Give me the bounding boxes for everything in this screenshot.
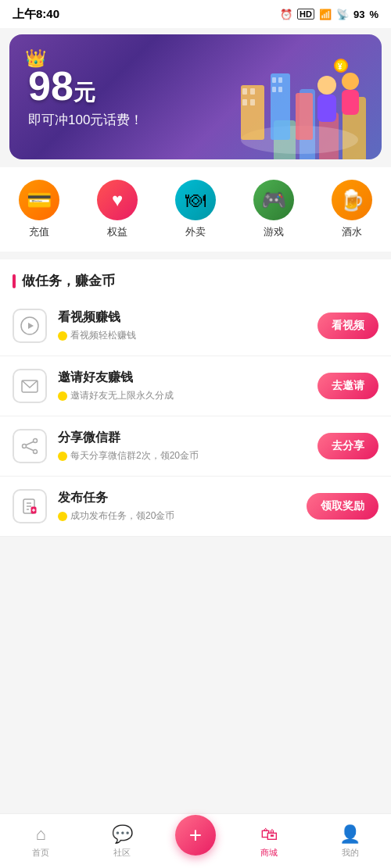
svg-point-12 xyxy=(317,76,336,95)
status-icons: ⏰ HD 📶 📡 93 % xyxy=(280,9,378,20)
battery-text: 93 xyxy=(353,9,364,20)
invite-friends-desc: 邀请好友无上限永久分成 xyxy=(58,389,307,402)
share-wechat-button[interactable]: 去分享 xyxy=(317,433,378,459)
menu-item-takeaway[interactable]: 🍽 外卖 xyxy=(175,180,216,239)
rights-icon: ♥ xyxy=(97,180,138,220)
hd-badge: HD xyxy=(297,9,314,20)
nav-item-mall[interactable]: 🛍 商城 xyxy=(228,818,310,865)
invite-friends-title: 邀请好友赚钱 xyxy=(58,370,307,386)
watch-video-icon xyxy=(13,309,47,343)
invite-friends-button[interactable]: 去邀请 xyxy=(317,373,378,399)
publish-task-title: 发布任务 xyxy=(58,490,296,506)
invite-friends-info: 邀请好友赚钱 邀请好友无上限永久分成 xyxy=(58,370,307,402)
signal-icon: 📶 xyxy=(319,9,332,20)
menu-item-games[interactable]: 🎮 游戏 xyxy=(253,180,294,239)
mine-label: 我的 xyxy=(342,847,359,859)
status-bar: 上午8:40 ⏰ HD 📶 📡 93 % xyxy=(0,0,391,28)
watch-video-button[interactable]: 看视频 xyxy=(317,313,378,339)
svg-point-14 xyxy=(342,73,359,90)
nav-item-community[interactable]: 💬 社区 xyxy=(81,818,163,865)
banner-svg: ¥ xyxy=(225,38,374,159)
publish-task-desc: 成功发布任务，领20金币 xyxy=(58,509,296,523)
watch-video-desc: 看视频轻松赚钱 xyxy=(58,329,307,342)
svg-rect-10 xyxy=(278,87,282,92)
publish-task-button[interactable]: 领取奖励 xyxy=(307,493,378,520)
svg-point-23 xyxy=(34,450,38,454)
drinks-icon: 🍺 xyxy=(332,180,372,220)
svg-rect-11 xyxy=(296,93,313,140)
quick-menu: 💳 充值 ♥ 权益 🍽 外卖 🎮 游戏 🍺 酒水 xyxy=(0,167,391,252)
mine-icon: 👤 xyxy=(339,824,361,845)
red-bar-icon xyxy=(13,274,16,288)
status-time: 上午8:40 xyxy=(13,7,59,22)
menu-item-drinks[interactable]: 🍺 酒水 xyxy=(332,180,372,239)
svg-rect-5 xyxy=(250,99,255,105)
publish-task-info: 发布任务 成功发布任务，领20金币 xyxy=(58,490,296,523)
svg-marker-19 xyxy=(28,323,34,329)
takeaway-label: 外卖 xyxy=(185,225,206,239)
invite-friends-icon xyxy=(13,369,47,403)
svg-rect-13 xyxy=(317,95,336,122)
svg-rect-15 xyxy=(342,90,359,115)
promotion-banner[interactable]: 👑 98元 即可冲100元话费！ xyxy=(9,34,382,159)
mall-icon: 🛍 xyxy=(260,824,278,845)
svg-line-24 xyxy=(27,442,34,445)
banner-price-unit: 元 xyxy=(74,80,95,105)
bottom-nav: ⌂ 首页 💬 社区 + 🛍 商城 👤 我的 xyxy=(0,813,391,868)
recharge-icon: 💳 xyxy=(19,180,59,220)
svg-rect-8 xyxy=(278,77,282,83)
rights-label: 权益 xyxy=(107,225,127,239)
svg-line-25 xyxy=(27,448,34,451)
home-label: 首页 xyxy=(32,847,49,859)
coin-icon xyxy=(58,331,67,341)
task-item-publish-task: 发布任务 成功发布任务，领20金币 领取奖励 xyxy=(0,477,391,537)
alarm-icon: ⏰ xyxy=(280,9,292,20)
svg-rect-3 xyxy=(250,88,255,95)
watch-video-info: 看视频赚钱 看视频轻松赚钱 xyxy=(58,309,307,342)
svg-rect-2 xyxy=(242,88,247,95)
task-item-share-wechat: 分享微信群 每天分享微信群2次，领20金币 去分享 xyxy=(0,416,391,477)
nav-item-mine[interactable]: 👤 我的 xyxy=(310,818,391,865)
coin-icon-2 xyxy=(58,391,67,401)
share-wechat-title: 分享微信群 xyxy=(58,430,307,446)
games-icon: 🎮 xyxy=(253,180,294,220)
svg-rect-4 xyxy=(242,99,247,105)
svg-rect-6 xyxy=(271,73,290,140)
plus-button[interactable]: + xyxy=(175,815,216,855)
task-list: 看视频赚钱 看视频轻松赚钱 看视频 邀请好友赚钱 邀请好友无上限永久分成 去邀请 xyxy=(0,296,391,537)
svg-point-22 xyxy=(34,439,38,443)
menu-item-recharge[interactable]: 💳 充值 xyxy=(19,180,59,239)
banner-figures: ¥ xyxy=(225,38,374,159)
task-item-watch-video: 看视频赚钱 看视频轻松赚钱 看视频 xyxy=(0,296,391,356)
nav-item-plus[interactable]: + xyxy=(163,821,228,862)
publish-task-icon xyxy=(13,489,47,523)
section-title-text: 做任务，赚金币 xyxy=(22,272,115,290)
drinks-label: 酒水 xyxy=(342,225,362,239)
svg-point-21 xyxy=(23,445,27,448)
recharge-label: 充值 xyxy=(29,225,49,239)
banner-price-number: 98 xyxy=(28,63,74,109)
coin-icon-3 xyxy=(58,452,67,461)
menu-item-rights[interactable]: ♥ 权益 xyxy=(97,180,138,239)
wifi-icon: 📡 xyxy=(336,9,349,20)
svg-rect-9 xyxy=(272,87,276,92)
coin-icon-4 xyxy=(58,512,67,521)
mall-label: 商城 xyxy=(260,847,278,859)
share-wechat-desc: 每天分享微信群2次，领20金币 xyxy=(58,449,307,463)
nav-item-home[interactable]: ⌂ 首页 xyxy=(0,818,81,865)
share-wechat-icon xyxy=(13,429,47,463)
task-item-invite-friends: 邀请好友赚钱 邀请好友无上限永久分成 去邀请 xyxy=(0,356,391,416)
community-icon: 💬 xyxy=(112,824,133,845)
battery-unit: % xyxy=(369,9,378,20)
svg-rect-7 xyxy=(272,77,276,83)
svg-text:¥: ¥ xyxy=(338,63,343,71)
home-icon: ⌂ xyxy=(35,824,45,845)
takeaway-icon: 🍽 xyxy=(175,180,216,220)
watch-video-title: 看视频赚钱 xyxy=(58,309,307,326)
games-label: 游戏 xyxy=(264,225,284,239)
community-label: 社区 xyxy=(113,847,131,859)
section-title-area: 做任务，赚金币 xyxy=(0,259,391,296)
nav-spacer xyxy=(0,537,391,599)
share-wechat-info: 分享微信群 每天分享微信群2次，领20金币 xyxy=(58,430,307,463)
